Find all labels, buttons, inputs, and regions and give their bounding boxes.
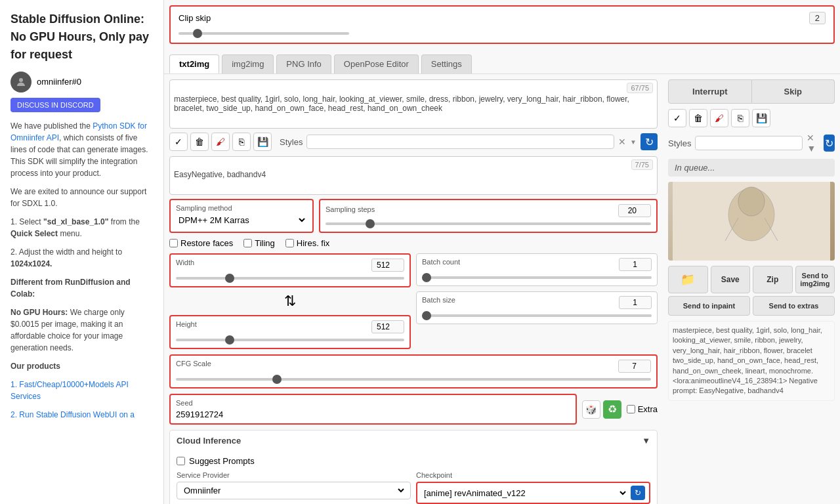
zip-button[interactable]: Zip	[753, 266, 793, 293]
width-slider[interactable]	[176, 277, 404, 280]
suggest-prompts-label: Suggest Prompts	[189, 456, 255, 466]
negative-prompt-input[interactable]	[170, 157, 657, 192]
tabs-bar: txt2img img2img PNG Info OpenPose Editor…	[164, 49, 840, 74]
negative-prompt-box: 7/75	[169, 156, 658, 195]
right-toolbar-icons: ✓ 🗑 🖌 ⎘ 💾	[668, 109, 835, 127]
copy-icon-btn[interactable]: ⎘	[232, 133, 251, 151]
clip-skip-slider[interactable]	[178, 32, 349, 35]
sampling-steps-box: Sampling steps	[319, 199, 658, 233]
styles-label: Styles	[280, 137, 303, 147]
batch-count-input[interactable]	[619, 258, 652, 271]
svg-point-0	[19, 78, 23, 82]
restore-faces-label[interactable]: Restore faces	[169, 238, 233, 248]
right-copy-btn[interactable]: ⎘	[731, 109, 749, 127]
tiling-checkbox[interactable]	[243, 239, 252, 247]
content-area: 67/75 ✓ 🗑 🖌 ⎘ 💾 Styles ✕ ▼ ↻	[164, 74, 840, 504]
seed-recycle-btn[interactable]: ♻	[603, 400, 621, 419]
tiling-label[interactable]: Tiling	[243, 238, 275, 248]
batch-size-slider[interactable]	[422, 314, 652, 317]
right-styles-refresh-btn[interactable]: ↻	[824, 135, 835, 152]
seed-extra-checkbox[interactable]	[627, 405, 635, 413]
sdxl-paragraph: We are exited to announce our support fo…	[10, 186, 153, 209]
trash-icon-btn[interactable]: 🗑	[190, 133, 209, 151]
right-styles-clear-icon[interactable]: ✕ ▼	[807, 133, 820, 154]
folder-button[interactable]: 📁	[668, 266, 708, 293]
tab-openpose[interactable]: OpenPose Editor	[334, 54, 419, 74]
send-inpaint-button[interactable]: Send to inpaint	[668, 296, 750, 316]
negative-prompt-count: 7/75	[631, 159, 653, 170]
right-paint-btn[interactable]: 🖌	[710, 109, 728, 127]
suggest-prompts-checkbox[interactable]	[177, 457, 185, 465]
discord-button[interactable]: DISCUSS IN DISCORD	[10, 98, 100, 112]
save-style-btn[interactable]: 💾	[253, 133, 272, 151]
hires-fix-checkbox[interactable]	[285, 239, 294, 247]
cfg-scale-input[interactable]	[618, 360, 651, 373]
preview-svg	[668, 182, 835, 261]
save-button[interactable]: Save	[711, 266, 751, 293]
suggest-prompts-row: Suggest Prompts	[177, 456, 650, 466]
right-check-btn[interactable]: ✓	[668, 109, 686, 127]
batch-count-slider[interactable]	[422, 276, 652, 279]
styles-refresh-btn[interactable]: ↻	[640, 133, 658, 150]
service-provider-select[interactable]: Omniinfer	[181, 485, 406, 496]
service-provider-select-wrap: Omniinfer	[177, 482, 411, 499]
clip-skip-value: 2	[809, 12, 826, 24]
tab-txt2img[interactable]: txt2img	[169, 54, 219, 74]
batch-size-input[interactable]	[619, 296, 652, 309]
checkpoint-select[interactable]: [anime] revAnimated_v122	[421, 488, 628, 499]
app-title: Stable Diffusion Online: No GPU Hours, O…	[10, 10, 153, 64]
skip-button[interactable]: Skip	[752, 79, 835, 104]
right-styles-input[interactable]	[695, 136, 803, 150]
sampling-steps-slider[interactable]	[326, 222, 651, 225]
height-label: Height	[176, 320, 197, 331]
seed-extra-label[interactable]: Extra	[627, 404, 658, 414]
tab-settings[interactable]: Settings	[421, 54, 472, 74]
batch-size-label: Batch size	[422, 296, 455, 306]
queue-label: In queue...	[675, 163, 715, 173]
sampling-steps-label: Sampling steps	[326, 205, 375, 213]
seed-dice-btn[interactable]: 🎲	[582, 400, 600, 419]
avatar	[10, 72, 32, 93]
service-checkpoint-row: Service Provider Omniinfer Checkpoint	[177, 471, 650, 504]
action-buttons-row: 📁 Save Zip Send to img2img Send to inpai…	[668, 266, 835, 316]
sampling-method-select[interactable]: DPM++ 2M Karras	[176, 215, 307, 226]
right-save-btn[interactable]: 💾	[752, 109, 770, 127]
restore-faces-checkbox[interactable]	[169, 239, 178, 247]
check-icon-btn[interactable]: ✓	[169, 133, 188, 151]
service-provider-box: Service Provider Omniinfer	[177, 471, 411, 504]
cloud-inference-chevron-icon: ▼	[642, 436, 650, 446]
checkpoint-refresh-btn[interactable]: ↻	[631, 486, 645, 500]
seed-input[interactable]	[176, 410, 570, 419]
styles-section: Styles ✕ ▼ ↻	[280, 133, 658, 150]
cfg-scale-box: CFG Scale	[169, 354, 658, 388]
cfg-scale-slider[interactable]	[176, 378, 651, 381]
swap-wh-btn[interactable]: ⇅	[169, 293, 411, 310]
styles-input[interactable]	[306, 135, 614, 149]
positive-prompt-input[interactable]	[170, 80, 657, 126]
styles-clear-icon[interactable]: ✕	[618, 136, 626, 147]
different-header: Different from RunDiffusion and Colab:	[10, 276, 153, 300]
main-content: Clip skip 2 txt2img img2img PNG Info Ope…	[164, 0, 840, 504]
sampling-steps-input[interactable]	[618, 204, 651, 217]
queue-section: In queue...	[668, 159, 835, 177]
output-text: masterpiece, best quality, 1girl, solo, …	[668, 321, 835, 401]
cloud-inference-section: Cloud Inference ▼ Suggest Prompts Servic…	[169, 430, 658, 504]
checkpoint-select-wrap: [anime] revAnimated_v122 ↻	[416, 482, 650, 504]
preview-placeholder	[668, 182, 835, 261]
cloud-inference-header[interactable]: Cloud Inference ▼	[170, 430, 657, 451]
seed-icons: 🎲 ♻	[582, 400, 621, 419]
hires-fix-label[interactable]: Hires. fix	[285, 238, 330, 248]
width-input[interactable]	[371, 259, 404, 272]
send-img2img-button[interactable]: Send to img2img	[795, 266, 835, 293]
batch-stack: Batch count Batch size	[416, 253, 658, 349]
paint-icon-btn[interactable]: 🖌	[211, 133, 230, 151]
tab-img2img[interactable]: img2img	[222, 54, 274, 74]
positive-prompt-box: 67/75	[169, 79, 658, 129]
right-trash-btn[interactable]: 🗑	[689, 109, 707, 127]
height-input[interactable]	[371, 320, 404, 333]
send-extras-button[interactable]: Send to extras	[753, 296, 835, 316]
interrupt-button[interactable]: Interrupt	[668, 79, 752, 104]
tab-pnginfo[interactable]: PNG Info	[276, 54, 331, 74]
service-provider-label: Service Provider	[177, 471, 411, 479]
height-slider[interactable]	[176, 339, 404, 341]
